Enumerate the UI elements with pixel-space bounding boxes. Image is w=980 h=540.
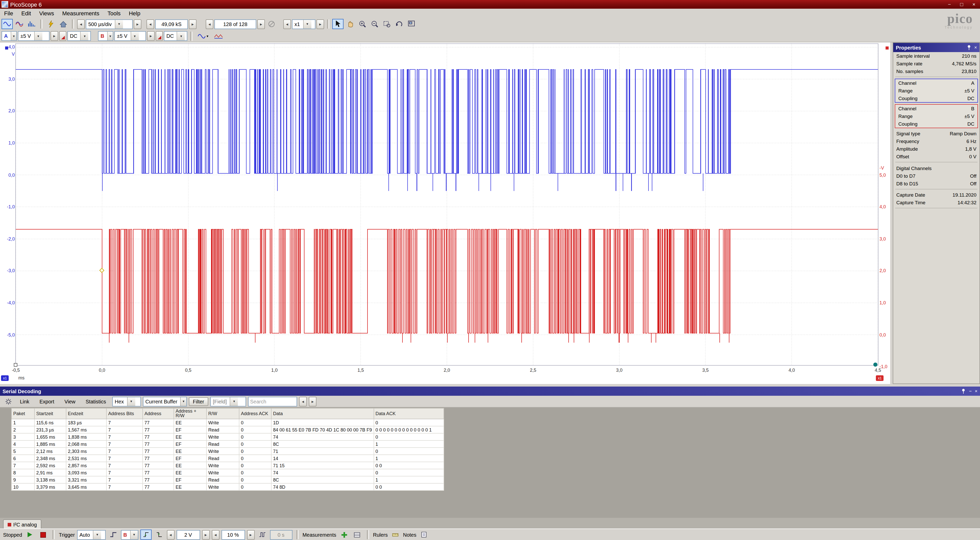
statistics-button[interactable]: Statistics: [82, 397, 110, 406]
channel-b-options-button[interactable]: [156, 31, 163, 41]
column-header-data-ack[interactable]: Data ACK: [374, 408, 444, 419]
chevron-down-icon[interactable]: [130, 32, 138, 40]
waveform-plot-area[interactable]: [16, 44, 878, 365]
timebase-increase-button[interactable]: [134, 19, 142, 29]
channel-b-select[interactable]: B: [98, 31, 113, 41]
persistence-view-button[interactable]: [14, 19, 25, 29]
table-row[interactable]: 41,885 ms2,068 ms777EFRead08C1: [11, 440, 444, 448]
format-select[interactable]: Hex: [112, 397, 141, 406]
samples-increase-button[interactable]: [189, 19, 197, 29]
menu-tools[interactable]: Tools: [103, 9, 124, 18]
chevron-down-icon[interactable]: [11, 32, 16, 40]
column-header-endzeit[interactable]: Endzeit: [66, 408, 107, 419]
search-previous-button[interactable]: [299, 397, 307, 406]
channel-b-range-select[interactable]: ±5 V: [115, 31, 146, 41]
zoom-overview-button[interactable]: [406, 19, 417, 29]
marquee-zoom-button[interactable]: [381, 19, 393, 29]
start-button[interactable]: [24, 529, 35, 540]
pretrigger-increase-button[interactable]: [247, 530, 255, 540]
channel-b-coupling-select[interactable]: DC: [164, 31, 187, 41]
trigger-mode-select[interactable]: Auto: [77, 530, 105, 540]
advanced-trigger-button[interactable]: [107, 529, 119, 540]
table-row[interactable]: 82,91 ms3,093 ms777EEWrite0740: [11, 469, 444, 476]
chevron-down-icon[interactable]: [107, 32, 113, 40]
table-row[interactable]: 31,655 ms1,838 ms777EEWrite0740: [11, 433, 444, 440]
buffer-position-field[interactable]: 128 of 128: [215, 19, 256, 29]
chevron-down-icon[interactable]: [180, 397, 186, 406]
pretrigger-decrease-button[interactable]: [212, 530, 219, 540]
menu-views[interactable]: Views: [35, 9, 58, 18]
search-next-button[interactable]: [309, 397, 317, 406]
chevron-down-icon[interactable]: [230, 397, 238, 406]
buffer-select[interactable]: Current Buffer: [143, 397, 187, 406]
spectrum-view-button[interactable]: [26, 19, 37, 29]
minimize-panel-icon[interactable]: −: [969, 389, 972, 394]
channel-b-axis-marker[interactable]: [886, 46, 889, 49]
table-row[interactable]: 72,592 ms2,857 ms777EEWrite071 150 0: [11, 462, 444, 469]
table-row[interactable]: 93,138 ms3,321 ms777EFRead08C1: [11, 476, 444, 483]
edit-measurement-button[interactable]: [352, 529, 363, 540]
buffer-next-button[interactable]: [257, 19, 265, 29]
axis-a-scale-badge[interactable]: x1: [1, 375, 9, 381]
export-button[interactable]: Export: [35, 397, 59, 406]
math-channels-button[interactable]: [212, 31, 225, 41]
rising-edge-button[interactable]: [140, 529, 151, 540]
table-row[interactable]: 1115,6 ns183 µs777EEWrite01D0: [11, 419, 444, 426]
column-header-startzeit[interactable]: Startzeit: [35, 408, 66, 419]
rulers-button[interactable]: [390, 529, 401, 540]
filter-button[interactable]: Filter: [189, 397, 208, 406]
buffer-previous-button[interactable]: [206, 19, 213, 29]
zoom-in-button[interactable]: [357, 19, 368, 29]
channel-b-range-next-button[interactable]: [147, 31, 155, 41]
menu-edit[interactable]: Edit: [17, 9, 35, 18]
table-row[interactable]: 103,379 ms3,645 ms777EEWrite074 8D0 0: [11, 483, 444, 491]
channel-a-select[interactable]: A: [2, 31, 17, 41]
zoom-increase-button[interactable]: [317, 19, 324, 29]
chevron-down-icon[interactable]: [115, 20, 123, 28]
table-row[interactable]: 62,348 ms2,531 ms777EFRead0141: [11, 455, 444, 462]
hand-tool-button[interactable]: [345, 19, 356, 29]
chevron-down-icon[interactable]: [130, 530, 138, 539]
column-header-address-r-w[interactable]: Address + R/W: [174, 408, 207, 419]
close-button[interactable]: ×: [968, 0, 980, 9]
channel-a-range-next-button[interactable]: [51, 31, 58, 41]
menu-file[interactable]: File: [0, 9, 17, 18]
column-header-r-w[interactable]: R/W: [207, 408, 239, 419]
zoom-select[interactable]: x1: [292, 19, 315, 29]
column-header-address-bits[interactable]: Address Bits: [107, 408, 143, 419]
samples-field[interactable]: 49,09 kS: [155, 19, 188, 29]
undo-zoom-button[interactable]: [393, 19, 405, 29]
maximize-button[interactable]: □: [956, 0, 968, 9]
rapid-trigger-button[interactable]: [256, 529, 268, 540]
close-panel-icon[interactable]: ×: [975, 389, 977, 394]
chevron-down-icon[interactable]: [34, 32, 42, 40]
decode-table[interactable]: PaketStartzeitEndzeitAddress BitsAddress…: [11, 408, 444, 491]
scope-canvas[interactable]: [16, 44, 878, 365]
trigger-level-field[interactable]: 2 V: [177, 530, 200, 540]
pointer-tool-button[interactable]: [332, 19, 344, 29]
pin-icon[interactable]: [966, 45, 971, 50]
notes-button[interactable]: [418, 529, 430, 540]
link-button[interactable]: Link: [16, 397, 33, 406]
field-select[interactable]: [Field]: [210, 397, 246, 406]
column-header-paket[interactable]: Paket: [11, 408, 35, 419]
table-row[interactable]: 52,12 ms2,303 ms777EEWrite0710: [11, 448, 444, 455]
column-header-data[interactable]: Data: [271, 408, 374, 419]
close-panel-icon[interactable]: ×: [974, 45, 977, 50]
zoom-decrease-button[interactable]: [283, 19, 291, 29]
home-button[interactable]: [58, 19, 69, 29]
scope-view-button[interactable]: [2, 19, 13, 29]
falling-edge-button[interactable]: [153, 529, 165, 540]
menu-help[interactable]: Help: [125, 9, 145, 18]
minimize-button[interactable]: −: [943, 0, 956, 9]
chevron-down-icon[interactable]: [80, 32, 89, 40]
timebase-decrease-button[interactable]: [77, 19, 85, 29]
tab-i-c-analog[interactable]: I²C analog: [3, 519, 41, 529]
x-axis-handle[interactable]: [14, 363, 18, 366]
add-measurement-button[interactable]: [338, 529, 349, 540]
samples-decrease-button[interactable]: [146, 19, 154, 29]
stop-button[interactable]: [38, 529, 49, 540]
pin-icon[interactable]: [961, 389, 966, 394]
chevron-down-icon[interactable]: [177, 32, 185, 40]
axis-b-bottom-marker[interactable]: [873, 363, 877, 366]
